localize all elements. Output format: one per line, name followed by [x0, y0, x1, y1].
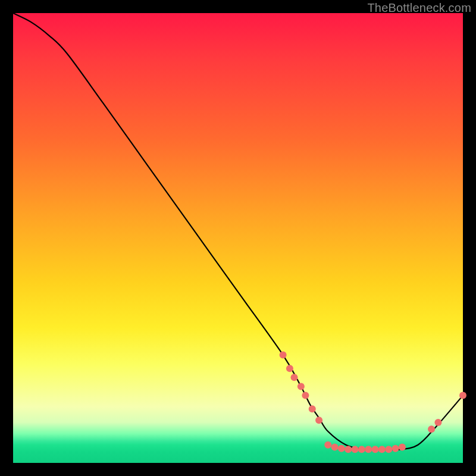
marker-dot [280, 352, 287, 359]
plot-area [13, 13, 463, 463]
marker-dot [315, 416, 322, 424]
marker-dot [365, 446, 372, 453]
marker-dot [338, 445, 345, 452]
marker-dot [428, 425, 435, 433]
curve-layer [13, 13, 463, 463]
marker-dot [385, 446, 392, 453]
marker-dot [358, 446, 365, 453]
marker-dot [302, 392, 309, 399]
marker-dot [399, 444, 406, 451]
bottleneck-curve [13, 13, 463, 450]
marker-dot [372, 446, 379, 453]
marker-dot [345, 446, 352, 453]
marker-dot [378, 446, 386, 453]
marker-dot [298, 383, 305, 390]
marker-dot [392, 445, 399, 452]
chart-stage: TheBottleneck.com [0, 0, 476, 476]
marker-dot [331, 444, 339, 451]
marker-dot [291, 374, 298, 381]
marker-dot [309, 405, 316, 412]
curve-markers [280, 352, 466, 453]
marker-dot [434, 419, 441, 426]
marker-dot [352, 446, 359, 453]
marker-dot [286, 365, 293, 372]
watermark-text: TheBottleneck.com [367, 1, 471, 15]
marker-dot [324, 441, 331, 449]
marker-dot [459, 392, 466, 399]
